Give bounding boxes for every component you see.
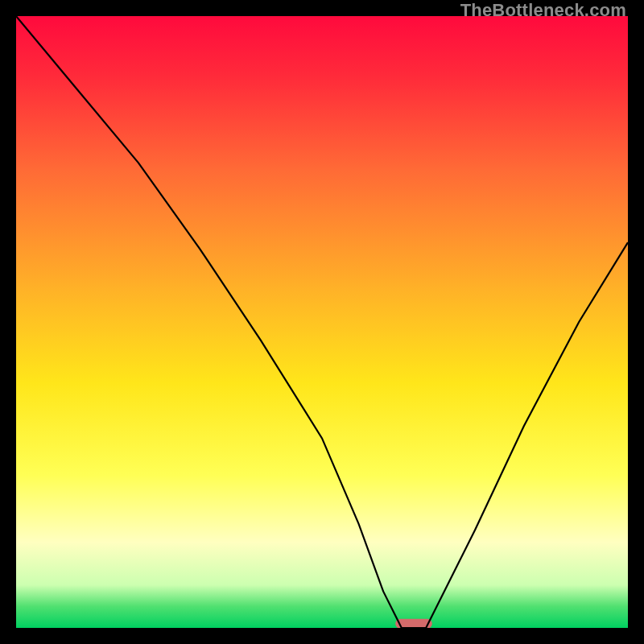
chart-svg xyxy=(16,16,628,628)
chart-frame: TheBottleneck.com xyxy=(0,0,644,644)
chart-background-gradient xyxy=(16,16,628,628)
chart-plot-area xyxy=(16,16,628,628)
